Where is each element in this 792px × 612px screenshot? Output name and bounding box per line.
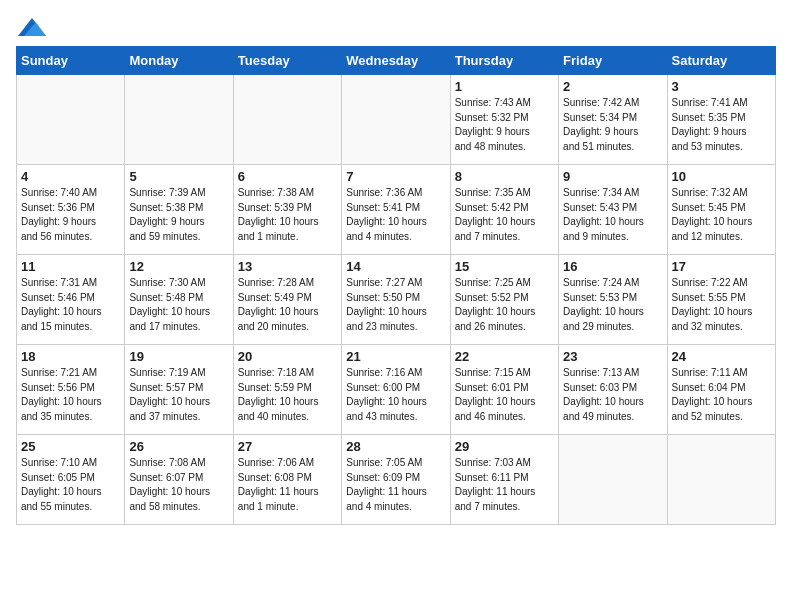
calendar-cell: 26Sunrise: 7:08 AM Sunset: 6:07 PM Dayli…: [125, 435, 233, 525]
day-detail: Sunrise: 7:18 AM Sunset: 5:59 PM Dayligh…: [238, 366, 337, 424]
day-detail: Sunrise: 7:24 AM Sunset: 5:53 PM Dayligh…: [563, 276, 662, 334]
day-detail: Sunrise: 7:32 AM Sunset: 5:45 PM Dayligh…: [672, 186, 771, 244]
day-detail: Sunrise: 7:05 AM Sunset: 6:09 PM Dayligh…: [346, 456, 445, 514]
week-row-3: 18Sunrise: 7:21 AM Sunset: 5:56 PM Dayli…: [17, 345, 776, 435]
day-number: 6: [238, 169, 337, 184]
day-number: 25: [21, 439, 120, 454]
day-detail: Sunrise: 7:22 AM Sunset: 5:55 PM Dayligh…: [672, 276, 771, 334]
day-number: 19: [129, 349, 228, 364]
day-detail: Sunrise: 7:25 AM Sunset: 5:52 PM Dayligh…: [455, 276, 554, 334]
logo-icon: [18, 18, 46, 36]
week-row-2: 11Sunrise: 7:31 AM Sunset: 5:46 PM Dayli…: [17, 255, 776, 345]
calendar-cell: 2Sunrise: 7:42 AM Sunset: 5:34 PM Daylig…: [559, 75, 667, 165]
day-detail: Sunrise: 7:38 AM Sunset: 5:39 PM Dayligh…: [238, 186, 337, 244]
day-number: 22: [455, 349, 554, 364]
day-detail: Sunrise: 7:36 AM Sunset: 5:41 PM Dayligh…: [346, 186, 445, 244]
weekday-header-friday: Friday: [559, 47, 667, 75]
weekday-header-tuesday: Tuesday: [233, 47, 341, 75]
calendar-cell: 22Sunrise: 7:15 AM Sunset: 6:01 PM Dayli…: [450, 345, 558, 435]
day-number: 29: [455, 439, 554, 454]
calendar-cell: [342, 75, 450, 165]
calendar-cell: [17, 75, 125, 165]
weekday-header-sunday: Sunday: [17, 47, 125, 75]
calendar-cell: 10Sunrise: 7:32 AM Sunset: 5:45 PM Dayli…: [667, 165, 775, 255]
day-number: 12: [129, 259, 228, 274]
day-detail: Sunrise: 7:43 AM Sunset: 5:32 PM Dayligh…: [455, 96, 554, 154]
day-detail: Sunrise: 7:42 AM Sunset: 5:34 PM Dayligh…: [563, 96, 662, 154]
calendar-cell: [233, 75, 341, 165]
calendar-cell: 4Sunrise: 7:40 AM Sunset: 5:36 PM Daylig…: [17, 165, 125, 255]
day-number: 28: [346, 439, 445, 454]
day-detail: Sunrise: 7:06 AM Sunset: 6:08 PM Dayligh…: [238, 456, 337, 514]
day-detail: Sunrise: 7:21 AM Sunset: 5:56 PM Dayligh…: [21, 366, 120, 424]
calendar-cell: [667, 435, 775, 525]
calendar-cell: 29Sunrise: 7:03 AM Sunset: 6:11 PM Dayli…: [450, 435, 558, 525]
week-row-4: 25Sunrise: 7:10 AM Sunset: 6:05 PM Dayli…: [17, 435, 776, 525]
day-detail: Sunrise: 7:41 AM Sunset: 5:35 PM Dayligh…: [672, 96, 771, 154]
day-number: 9: [563, 169, 662, 184]
calendar-cell: 27Sunrise: 7:06 AM Sunset: 6:08 PM Dayli…: [233, 435, 341, 525]
weekday-header-monday: Monday: [125, 47, 233, 75]
day-detail: Sunrise: 7:35 AM Sunset: 5:42 PM Dayligh…: [455, 186, 554, 244]
week-row-0: 1Sunrise: 7:43 AM Sunset: 5:32 PM Daylig…: [17, 75, 776, 165]
day-number: 1: [455, 79, 554, 94]
day-detail: Sunrise: 7:13 AM Sunset: 6:03 PM Dayligh…: [563, 366, 662, 424]
day-number: 26: [129, 439, 228, 454]
day-number: 14: [346, 259, 445, 274]
day-number: 27: [238, 439, 337, 454]
day-number: 13: [238, 259, 337, 274]
calendar-cell: 8Sunrise: 7:35 AM Sunset: 5:42 PM Daylig…: [450, 165, 558, 255]
calendar-cell: 20Sunrise: 7:18 AM Sunset: 5:59 PM Dayli…: [233, 345, 341, 435]
calendar-cell: 25Sunrise: 7:10 AM Sunset: 6:05 PM Dayli…: [17, 435, 125, 525]
calendar-cell: 19Sunrise: 7:19 AM Sunset: 5:57 PM Dayli…: [125, 345, 233, 435]
day-detail: Sunrise: 7:28 AM Sunset: 5:49 PM Dayligh…: [238, 276, 337, 334]
calendar: SundayMondayTuesdayWednesdayThursdayFrid…: [16, 46, 776, 525]
calendar-cell: 21Sunrise: 7:16 AM Sunset: 6:00 PM Dayli…: [342, 345, 450, 435]
day-number: 18: [21, 349, 120, 364]
day-number: 2: [563, 79, 662, 94]
day-number: 16: [563, 259, 662, 274]
day-number: 4: [21, 169, 120, 184]
day-detail: Sunrise: 7:08 AM Sunset: 6:07 PM Dayligh…: [129, 456, 228, 514]
calendar-cell: 28Sunrise: 7:05 AM Sunset: 6:09 PM Dayli…: [342, 435, 450, 525]
week-row-1: 4Sunrise: 7:40 AM Sunset: 5:36 PM Daylig…: [17, 165, 776, 255]
header: [16, 16, 776, 36]
day-number: 8: [455, 169, 554, 184]
calendar-cell: 11Sunrise: 7:31 AM Sunset: 5:46 PM Dayli…: [17, 255, 125, 345]
calendar-cell: 24Sunrise: 7:11 AM Sunset: 6:04 PM Dayli…: [667, 345, 775, 435]
day-number: 15: [455, 259, 554, 274]
logo: [16, 16, 46, 36]
day-number: 7: [346, 169, 445, 184]
calendar-cell: 14Sunrise: 7:27 AM Sunset: 5:50 PM Dayli…: [342, 255, 450, 345]
calendar-cell: 7Sunrise: 7:36 AM Sunset: 5:41 PM Daylig…: [342, 165, 450, 255]
calendar-cell: 13Sunrise: 7:28 AM Sunset: 5:49 PM Dayli…: [233, 255, 341, 345]
day-number: 10: [672, 169, 771, 184]
day-detail: Sunrise: 7:31 AM Sunset: 5:46 PM Dayligh…: [21, 276, 120, 334]
day-number: 3: [672, 79, 771, 94]
day-detail: Sunrise: 7:10 AM Sunset: 6:05 PM Dayligh…: [21, 456, 120, 514]
day-detail: Sunrise: 7:16 AM Sunset: 6:00 PM Dayligh…: [346, 366, 445, 424]
day-number: 21: [346, 349, 445, 364]
day-number: 17: [672, 259, 771, 274]
day-detail: Sunrise: 7:27 AM Sunset: 5:50 PM Dayligh…: [346, 276, 445, 334]
day-detail: Sunrise: 7:40 AM Sunset: 5:36 PM Dayligh…: [21, 186, 120, 244]
calendar-cell: 16Sunrise: 7:24 AM Sunset: 5:53 PM Dayli…: [559, 255, 667, 345]
calendar-cell: 17Sunrise: 7:22 AM Sunset: 5:55 PM Dayli…: [667, 255, 775, 345]
calendar-cell: [125, 75, 233, 165]
calendar-cell: 6Sunrise: 7:38 AM Sunset: 5:39 PM Daylig…: [233, 165, 341, 255]
day-detail: Sunrise: 7:11 AM Sunset: 6:04 PM Dayligh…: [672, 366, 771, 424]
weekday-header-saturday: Saturday: [667, 47, 775, 75]
day-detail: Sunrise: 7:39 AM Sunset: 5:38 PM Dayligh…: [129, 186, 228, 244]
day-detail: Sunrise: 7:03 AM Sunset: 6:11 PM Dayligh…: [455, 456, 554, 514]
day-number: 11: [21, 259, 120, 274]
day-detail: Sunrise: 7:19 AM Sunset: 5:57 PM Dayligh…: [129, 366, 228, 424]
weekday-header-wednesday: Wednesday: [342, 47, 450, 75]
calendar-cell: [559, 435, 667, 525]
calendar-cell: 18Sunrise: 7:21 AM Sunset: 5:56 PM Dayli…: [17, 345, 125, 435]
weekday-header-thursday: Thursday: [450, 47, 558, 75]
day-number: 20: [238, 349, 337, 364]
calendar-cell: 1Sunrise: 7:43 AM Sunset: 5:32 PM Daylig…: [450, 75, 558, 165]
day-number: 24: [672, 349, 771, 364]
calendar-cell: 23Sunrise: 7:13 AM Sunset: 6:03 PM Dayli…: [559, 345, 667, 435]
day-number: 5: [129, 169, 228, 184]
